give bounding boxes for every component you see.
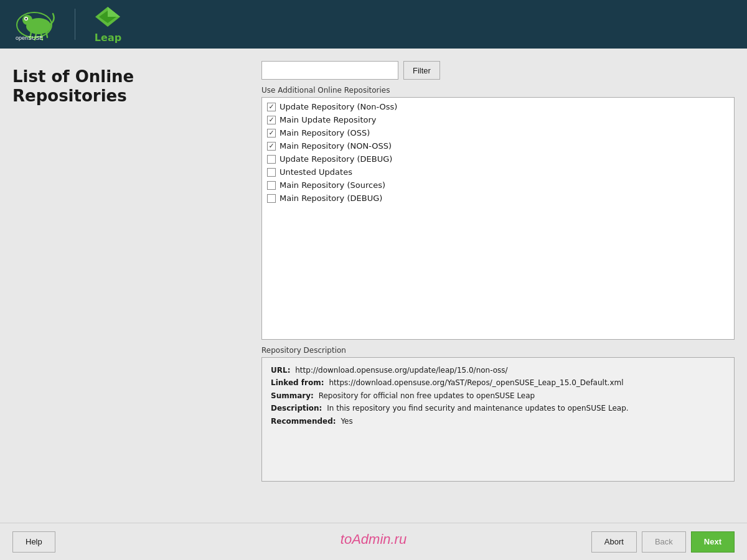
repositories-section: Use Additional Online Repositories ✓Upda… — [261, 86, 735, 340]
svg-point-3 — [26, 17, 27, 19]
desc-url-val: http://download.opensuse.org/update/leap… — [295, 364, 725, 376]
repo-checkbox[interactable] — [267, 168, 276, 177]
desc-summary-val: Repository for official non free updates… — [319, 390, 725, 402]
right-panel: Filter Use Additional Online Repositorie… — [261, 61, 735, 510]
repo-checkbox[interactable]: ✓ — [267, 103, 276, 111]
desc-description-row: Description: In this repository you find… — [271, 402, 725, 414]
svg-text:openSUSE: openSUSE — [16, 35, 44, 41]
desc-recommended-key: Recommended: — [271, 415, 336, 427]
help-button[interactable]: Help — [12, 531, 55, 553]
svg-marker-8 — [108, 7, 120, 17]
repo-item-label: Update Repository (DEBUG) — [280, 154, 392, 164]
list-item[interactable]: ✓Main Repository (OSS) — [262, 126, 734, 139]
description-label: Repository Description — [261, 346, 735, 355]
checkmark-icon: ✓ — [268, 142, 274, 150]
repo-checkbox[interactable] — [267, 194, 276, 203]
header-divider — [75, 9, 75, 40]
desc-description-key: Description: — [271, 402, 322, 414]
footer: Help toAdmin.ru Abort Back Next — [0, 523, 747, 560]
abort-button[interactable]: Abort — [591, 531, 637, 553]
opensuse-logo: openSUSE — [12, 7, 56, 42]
desc-url-key: URL: — [271, 364, 290, 376]
checkmark-icon: ✓ — [268, 103, 274, 111]
filter-row: Filter — [261, 61, 735, 80]
desc-linked-val: https://download.opensuse.org/YaST/Repos… — [329, 376, 725, 389]
opensuse-chameleon-icon: openSUSE — [12, 7, 56, 42]
list-item[interactable]: Main Repository (Sources) — [262, 179, 734, 192]
desc-recommended-val: Yes — [341, 415, 725, 427]
list-item[interactable]: ✓Main Repository (NON-OSS) — [262, 139, 734, 152]
left-panel: List of Online Repositories — [12, 61, 249, 510]
list-item[interactable]: ✓Main Update Repository — [262, 113, 734, 126]
main-content: List of Online Repositories Filter Use A… — [0, 49, 747, 523]
repo-checkbox[interactable] — [267, 155, 276, 164]
filter-input[interactable] — [261, 61, 398, 80]
leap-label: Leap — [95, 32, 121, 44]
repo-item-label: Update Repository (Non-Oss) — [280, 102, 397, 111]
desc-linked-key: Linked from: — [271, 376, 324, 389]
repo-item-label: Untested Updates — [280, 167, 352, 177]
repositories-section-label: Use Additional Online Repositories — [261, 86, 735, 95]
repo-checkbox[interactable]: ✓ — [267, 129, 276, 138]
repo-checkbox[interactable]: ✓ — [267, 116, 276, 124]
list-item[interactable]: Untested Updates — [262, 166, 734, 179]
checkmark-icon: ✓ — [268, 116, 274, 124]
desc-summary-key: Summary: — [271, 390, 314, 402]
header: openSUSE Leap — [0, 0, 747, 49]
back-button[interactable]: Back — [642, 531, 686, 553]
filter-button[interactable]: Filter — [403, 61, 440, 80]
footer-left: Help — [12, 531, 55, 553]
repo-list[interactable]: ✓Update Repository (Non-Oss)✓Main Update… — [261, 97, 735, 340]
leap-diamond-icon — [94, 6, 122, 30]
repo-item-label: Main Update Repository — [280, 115, 377, 124]
desc-linked-row: Linked from: https://download.opensuse.o… — [271, 376, 725, 389]
footer-right: Abort Back Next — [591, 531, 735, 553]
next-button[interactable]: Next — [691, 531, 735, 553]
leap-logo: Leap — [94, 6, 122, 44]
desc-url-row: URL: http://download.opensuse.org/update… — [271, 364, 725, 376]
list-item[interactable]: Main Repository (DEBUG) — [262, 192, 734, 205]
page-title: List of Online Repositories — [12, 67, 249, 106]
list-item[interactable]: ✓Update Repository (Non-Oss) — [262, 100, 734, 113]
desc-summary-row: Summary: Repository for official non fre… — [271, 390, 725, 402]
desc-description-val: In this repository you find security and… — [327, 402, 725, 414]
repo-checkbox[interactable]: ✓ — [267, 142, 276, 151]
watermark: toAdmin.ru — [341, 531, 406, 548]
checkmark-icon: ✓ — [268, 129, 274, 137]
repo-item-label: Main Repository (DEBUG) — [280, 194, 382, 203]
svg-point-4 — [26, 18, 51, 34]
repo-item-label: Main Repository (Sources) — [280, 180, 385, 190]
repo-item-label: Main Repository (NON-OSS) — [280, 141, 392, 151]
desc-recommended-row: Recommended: Yes — [271, 415, 725, 427]
description-container: URL: http://download.opensuse.org/update… — [261, 357, 735, 482]
description-section: Repository Description URL: http://downl… — [261, 346, 735, 510]
repo-item-label: Main Repository (OSS) — [280, 128, 370, 138]
repo-checkbox[interactable] — [267, 181, 276, 190]
list-item[interactable]: Update Repository (DEBUG) — [262, 152, 734, 166]
